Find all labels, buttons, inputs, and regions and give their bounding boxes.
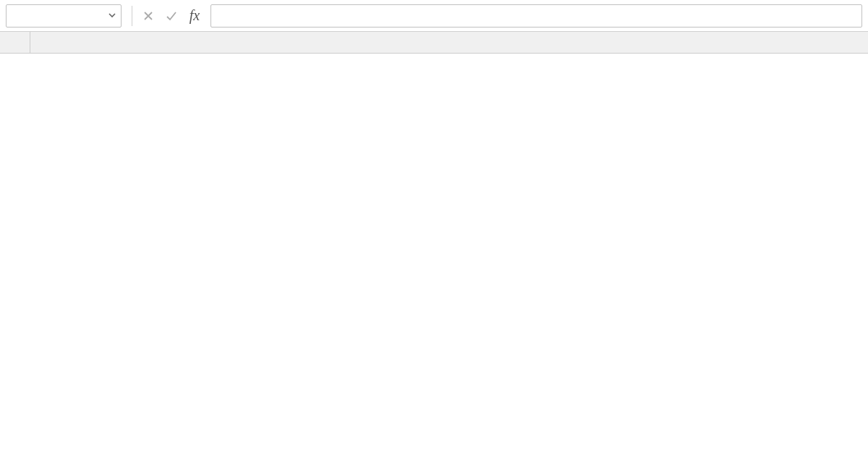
chevron-down-icon bbox=[108, 10, 116, 22]
fx-icon[interactable]: fx bbox=[184, 6, 205, 26]
name-box[interactable] bbox=[6, 4, 122, 28]
spreadsheet-area bbox=[0, 32, 868, 456]
separator bbox=[132, 6, 132, 26]
formula-bar: fx bbox=[0, 0, 868, 32]
grid[interactable] bbox=[30, 54, 868, 456]
enter-check-icon[interactable] bbox=[161, 6, 182, 26]
select-all-corner[interactable] bbox=[0, 32, 30, 54]
column-headers bbox=[30, 32, 868, 54]
formula-input[interactable] bbox=[210, 4, 862, 28]
cancel-icon[interactable] bbox=[138, 6, 158, 26]
